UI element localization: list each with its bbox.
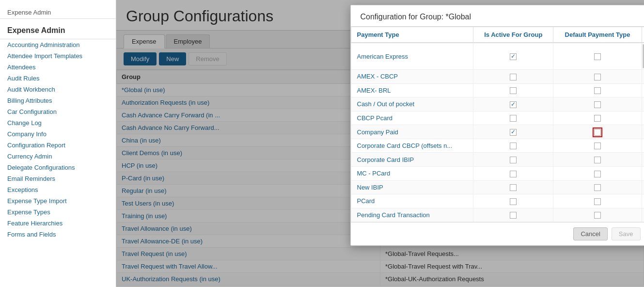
modal-footer: Cancel Save [351,222,644,245]
sidebar-item-expense-types[interactable]: Expense Types [0,207,116,218]
default-cell [553,83,642,97]
modal-table-body: American Express AMEX - CBCP AMEX- BRL C… [351,43,644,222]
is-active-checkbox[interactable] [510,184,517,191]
is-active-cell [473,194,553,208]
default-payment-checkbox[interactable] [594,171,601,177]
sidebar-item-exceptions[interactable]: Exceptions [0,184,116,195]
sidebar-top-label: Expense Admin [0,5,116,18]
cancel-button[interactable]: Cancel [573,227,607,240]
is-active-cell [473,43,553,70]
sidebar: Expense Admin Expense Admin Accounting A… [0,0,116,287]
default-cell [553,139,642,153]
default-payment-checkbox[interactable] [594,198,601,205]
payment-name: AMEX- BRL [351,83,473,97]
modal-body: Payment Type Is Active For Group Default… [351,27,644,222]
payment-name: American Express [351,43,473,70]
is-active-cell [473,83,553,97]
default-cell [553,70,642,84]
sidebar-item-accounting-administration[interactable]: Accounting Administration [0,39,116,50]
default-cell [553,97,642,112]
payment-row: Company Paid [351,125,644,139]
default-payment-checkbox[interactable] [594,115,601,122]
payment-name: Cash / Out of pocket [351,97,473,112]
sidebar-item-company-info[interactable]: Company Info [0,128,116,140]
sidebar-item-audit-rules[interactable]: Audit Rules [0,73,116,84]
sidebar-item-currency-admin[interactable]: Currency Admin [0,151,116,162]
payment-row: AMEX- BRL [351,83,644,97]
is-active-checkbox[interactable] [510,212,517,219]
sidebar-item-email-reminders[interactable]: Email Reminders [0,173,116,184]
default-payment-checkbox[interactable] [594,184,601,191]
payment-row: CBCP Pcard [351,111,644,125]
is-active-checkbox[interactable] [510,129,517,136]
is-active-checkbox[interactable] [510,74,517,80]
default-payment-checkbox[interactable] [594,101,601,108]
is-active-checkbox[interactable] [510,171,517,177]
scroll-cell [642,97,644,112]
default-cell [553,166,642,180]
is-active-checkbox[interactable] [510,101,517,108]
default-payment-checkbox[interactable] [594,53,601,60]
payment-name: Pending Card Transaction [351,208,473,222]
payment-row: PCard [351,194,644,208]
scroll-cell [642,208,644,222]
col-payment-type: Payment Type [351,27,473,43]
col-default-payment: Default Payment Type [553,27,642,43]
payment-row: Corporate Card IBIP [351,153,644,167]
is-active-checkbox[interactable] [510,157,517,163]
is-active-checkbox[interactable] [510,143,517,149]
sidebar-item-forms-and-fields[interactable]: Forms and Fields [0,229,116,240]
is-active-cell [473,125,553,139]
is-active-cell [473,166,553,180]
is-active-cell [473,153,553,167]
is-active-checkbox[interactable] [510,87,517,94]
sidebar-item-attendees[interactable]: Attendees [0,62,116,73]
payment-name: Corporate Card IBIP [351,153,473,167]
scroll-cell [642,139,644,153]
is-active-cell [473,180,553,194]
sidebar-item-billing-attributes[interactable]: Billing Attributes [0,95,116,106]
is-active-checkbox[interactable] [510,198,517,205]
payment-table: Payment Type Is Active For Group Default… [351,27,644,222]
payment-name: New IBIP [351,180,473,194]
sidebar-item-configuration-report[interactable]: Configuration Report [0,140,116,151]
sidebar-links: Accounting AdministrationAttendee Import… [0,39,116,240]
payment-row: MC - PCard [351,166,644,180]
sidebar-item-audit-workbench[interactable]: Audit Workbench [0,84,116,95]
default-payment-checkbox[interactable] [594,129,601,136]
scroll-cell [642,70,644,84]
scroll-cell [642,194,644,208]
default-cell [553,194,642,208]
is-active-checkbox[interactable] [510,53,517,60]
sidebar-item-expense-type-import[interactable]: Expense Type Import [0,195,116,207]
default-cell [553,180,642,194]
save-button[interactable]: Save [612,227,641,240]
default-payment-checkbox[interactable] [594,157,601,163]
sidebar-item-feature-hierarchies[interactable]: Feature Hierarchies [0,218,116,229]
payment-name: AMEX - CBCP [351,70,473,84]
default-cell [553,208,642,222]
default-payment-checkbox[interactable] [594,87,601,94]
is-active-cell [473,208,553,222]
sidebar-item-delegate-configurations[interactable]: Delegate Configurations [0,162,116,173]
sidebar-item-attendee-import-templates[interactable]: Attendee Import Templates [0,50,116,62]
default-cell [553,43,642,70]
main-content: Group Configurations Expense Employee Mo… [116,0,644,287]
scroll-cell [642,166,644,180]
payment-row: Corporate Card CBCP (offsets n... [351,139,644,153]
sidebar-item-change-log[interactable]: Change Log [0,117,116,128]
default-cell [553,125,642,139]
payment-name: PCard [351,194,473,208]
default-payment-checkbox[interactable] [594,74,601,80]
payment-row: American Express [351,43,644,70]
is-active-checkbox[interactable] [510,115,517,122]
is-active-cell [473,97,553,112]
default-payment-checkbox[interactable] [594,143,601,149]
scroll-cell [642,111,644,125]
col-is-active: Is Active For Group [473,27,553,43]
payment-name: Corporate Card CBCP (offsets n... [351,139,473,153]
sidebar-item-car-configuration[interactable]: Car Configuration [0,106,116,117]
payment-row: New IBIP [351,180,644,194]
default-payment-checkbox[interactable] [594,212,601,219]
scroll-cell [642,43,644,70]
